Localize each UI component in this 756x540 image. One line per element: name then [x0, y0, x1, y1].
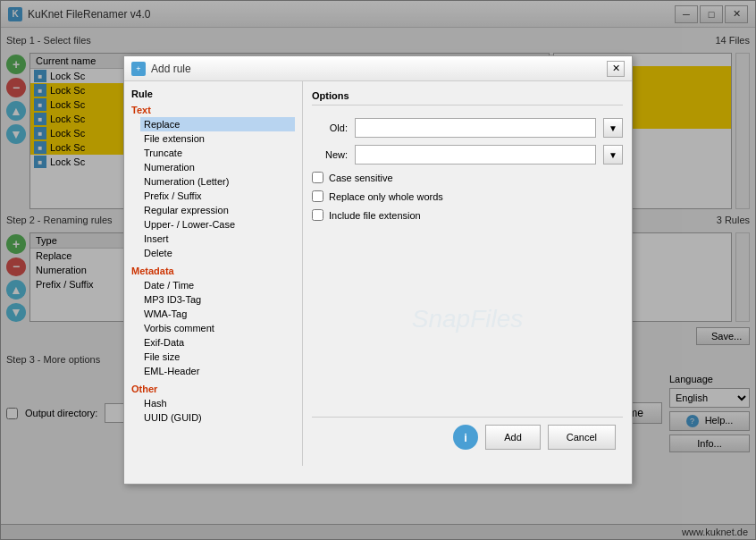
watermark-text: SnapFiles — [412, 305, 524, 333]
rule-date-time[interactable]: Date / Time — [140, 278, 295, 292]
metadata-rule-list: Date / Time MP3 ID3-Tag WMA-Tag Vorbis c… — [131, 278, 295, 378]
rule-uuid[interactable]: UUID (GUID) — [140, 410, 295, 425]
new-dropdown[interactable]: ▼ — [603, 145, 623, 165]
case-sensitive-label: Case sensitive — [329, 173, 393, 183]
options-panel: Options Old: ▼ New: ▼ Case sensitive — [303, 81, 632, 466]
include-file-extension-checkbox[interactable] — [312, 209, 323, 221]
include-file-extension-label: Include file extension — [329, 210, 421, 221]
modal-info-button[interactable]: i — [453, 425, 478, 450]
modal-cancel-button[interactable]: Cancel — [548, 425, 616, 450]
modal-overlay: + Add rule ✕ Rule Text Replace File exte… — [0, 0, 756, 540]
rule-panel-header: Rule — [131, 89, 295, 99]
old-dropdown[interactable]: ▼ — [603, 118, 623, 138]
rule-numeration[interactable]: Numeration — [140, 160, 295, 174]
rule-hash[interactable]: Hash — [140, 396, 295, 410]
new-option-row: New: ▼ — [312, 145, 623, 165]
modal-title-left: + Add rule — [131, 62, 191, 76]
rule-category-text: Text — [131, 105, 295, 115]
rule-panel: Rule Text Replace File extension Truncat… — [124, 81, 303, 466]
rule-insert[interactable]: Insert — [140, 232, 295, 246]
modal-icon: + — [131, 62, 146, 76]
rule-regular-expression[interactable]: Regular expression — [140, 203, 295, 217]
rule-truncate[interactable]: Truncate — [140, 146, 295, 160]
old-input[interactable] — [355, 118, 596, 138]
replace-whole-words-checkbox[interactable] — [312, 190, 323, 202]
text-rule-list: Replace File extension Truncate Numerati… — [131, 117, 295, 260]
rule-eml-header[interactable]: EML-Header — [140, 364, 295, 378]
modal-title-bar: + Add rule ✕ — [124, 56, 632, 81]
old-label: Old: — [312, 122, 348, 133]
old-option-row: Old: ▼ — [312, 118, 623, 138]
modal-footer: i Add Cancel — [312, 417, 623, 457]
new-input[interactable] — [355, 145, 596, 165]
modal-body: Rule Text Replace File extension Truncat… — [124, 81, 632, 466]
watermark: SnapFiles — [312, 228, 623, 409]
case-sensitive-checkbox[interactable] — [312, 172, 323, 183]
rule-prefix-suffix[interactable]: Prefix / Suffix — [140, 189, 295, 203]
rule-vorbis-comment[interactable]: Vorbis comment — [140, 321, 295, 335]
modal-add-button[interactable]: Add — [485, 425, 541, 450]
add-rule-modal: + Add rule ✕ Rule Text Replace File exte… — [123, 55, 633, 485]
rule-mp3-id3-tag[interactable]: MP3 ID3-Tag — [140, 292, 295, 307]
rule-category-other: Other — [131, 384, 295, 394]
include-file-extension-row: Include file extension — [312, 209, 623, 221]
rule-wma-tag[interactable]: WMA-Tag — [140, 307, 295, 321]
replace-whole-words-row: Replace only whole words — [312, 190, 623, 202]
modal-title: Add rule — [151, 63, 191, 75]
info-icon: i — [464, 431, 467, 444]
rule-exif-data[interactable]: Exif-Data — [140, 335, 295, 350]
rule-category-metadata: Metadata — [131, 266, 295, 276]
options-header: Options — [312, 90, 623, 105]
rule-file-size[interactable]: File size — [140, 350, 295, 364]
replace-whole-words-label: Replace only whole words — [329, 191, 443, 202]
rule-file-extension[interactable]: File extension — [140, 131, 295, 146]
other-rule-list: Hash UUID (GUID) — [131, 396, 295, 425]
modal-close-button[interactable]: ✕ — [607, 61, 625, 77]
rule-numeration-letter[interactable]: Numeration (Letter) — [140, 174, 295, 189]
case-sensitive-row: Case sensitive — [312, 172, 623, 183]
rule-replace[interactable]: Replace — [140, 117, 295, 131]
rule-upper-lower-case[interactable]: Upper- / Lower-Case — [140, 217, 295, 232]
new-label: New: — [312, 149, 348, 160]
rule-delete[interactable]: Delete — [140, 246, 295, 260]
